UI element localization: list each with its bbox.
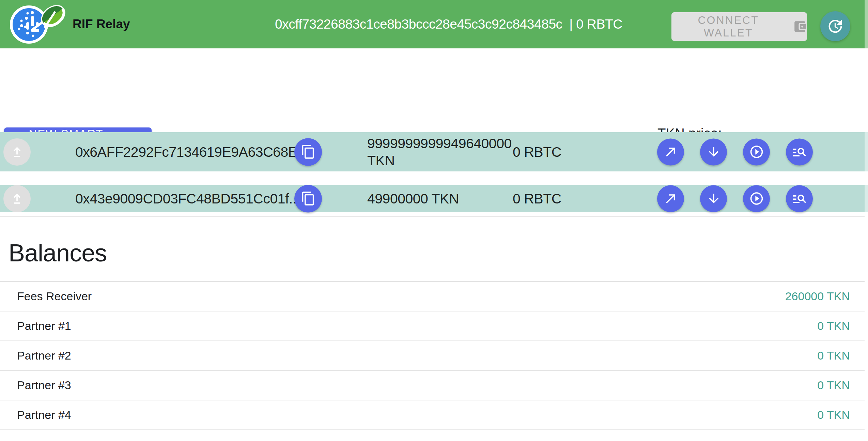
- copy-icon: [301, 191, 316, 206]
- send-button[interactable]: [657, 185, 684, 212]
- balance-row-label: Partner #4: [17, 408, 71, 422]
- balance-row-value: 0 TKN: [817, 408, 850, 422]
- arrow-down-icon: [707, 192, 721, 206]
- balance-row-value: 0 TKN: [817, 349, 850, 362]
- table-row: Partner #3 0 TKN: [0, 371, 865, 400]
- balance-row-label: Fees Receiver: [17, 290, 92, 303]
- deploy-wallet-button[interactable]: [3, 185, 31, 212]
- manage-search-icon: [792, 144, 807, 160]
- rbtc-balance: 0 RBTC: [513, 144, 561, 160]
- balance-row-label: Partner #2: [17, 349, 71, 362]
- table-row: Partner #4 0 TKN: [0, 400, 865, 430]
- execute-button[interactable]: [743, 138, 770, 165]
- play-circle-icon: [749, 191, 764, 206]
- toolbar: NEW SMART WALLET 0x967AF6E8ACdB2476Ea634…: [0, 48, 868, 132]
- play-circle-icon: [749, 145, 764, 159]
- wallet-icon: [793, 19, 807, 34]
- refresh-button[interactable]: [820, 11, 850, 41]
- deploy-wallet-button[interactable]: [3, 138, 31, 166]
- send-button[interactable]: [657, 138, 684, 165]
- table-row: Fees Receiver 260000 TKN: [0, 282, 865, 311]
- balance-row-label: Partner #1: [17, 319, 71, 333]
- rif-relay-app: RIF Relay 0xcff73226883c1ce8b3bccc28e45c…: [0, 0, 868, 430]
- upload-icon: [10, 191, 25, 206]
- connected-account-info: 0xcff73226883c1ce8b3bccc28e45c3c92c84348…: [275, 0, 622, 48]
- table-row: Partner #1 0 TKN: [0, 311, 865, 341]
- rbtc-balance: 0 RBTC: [513, 191, 561, 207]
- row-gap: [0, 171, 868, 185]
- smart-wallet-address: 0x6AFF2292Fc7134619E9A63C68E...: [75, 144, 308, 160]
- app-header: RIF Relay 0xcff73226883c1ce8b3bccc28e45c…: [0, 0, 868, 48]
- execute-button[interactable]: [743, 185, 770, 212]
- search-transactions-button[interactable]: [786, 185, 813, 212]
- rif-relay-logo-icon: [10, 3, 71, 45]
- copy-icon: [301, 145, 316, 159]
- smart-wallet-row: 0x43e9009CD03FC48BD551Cc01f... 49900000 …: [0, 185, 868, 212]
- balance-row-value: 0 TKN: [817, 319, 850, 333]
- brand: RIF Relay: [10, 3, 130, 45]
- balance-row-value: 0 TKN: [817, 379, 850, 392]
- app-title: RIF Relay: [73, 17, 130, 31]
- connect-wallet-label: CONNECT WALLET: [671, 14, 785, 39]
- balance-row-label: Partner #3: [17, 379, 71, 392]
- table-row: Partner #2 0 TKN: [0, 341, 865, 371]
- smart-wallet-row: 0x6AFF2292Fc7134619E9A63C68E... 99999999…: [0, 132, 868, 171]
- smart-wallet-address: 0x43e9009CD03FC48BD551Cc01f...: [75, 191, 300, 207]
- connect-wallet-button[interactable]: CONNECT WALLET: [671, 12, 807, 41]
- token-balance: 9999999999949640000 TKN: [367, 135, 516, 169]
- north-east-arrow-icon: [664, 192, 678, 206]
- upload-icon: [10, 145, 25, 159]
- search-transactions-button[interactable]: [786, 138, 813, 165]
- copy-address-button[interactable]: [294, 185, 322, 212]
- manage-search-icon: [792, 191, 807, 207]
- update-clock-icon: [826, 17, 844, 35]
- north-east-arrow-icon: [664, 145, 678, 159]
- receive-button[interactable]: [700, 138, 727, 165]
- arrow-down-icon: [707, 145, 721, 159]
- copy-address-button[interactable]: [294, 138, 322, 166]
- token-balance: 49900000 TKN: [367, 190, 516, 207]
- balance-row-value: 260000 TKN: [785, 290, 850, 303]
- balances-table: Fees Receiver 260000 TKN Partner #1 0 TK…: [0, 281, 865, 430]
- balances-section: Balances Fees Receiver 260000 TKN Partne…: [0, 216, 865, 430]
- receive-button[interactable]: [700, 185, 727, 212]
- balances-title: Balances: [9, 239, 865, 267]
